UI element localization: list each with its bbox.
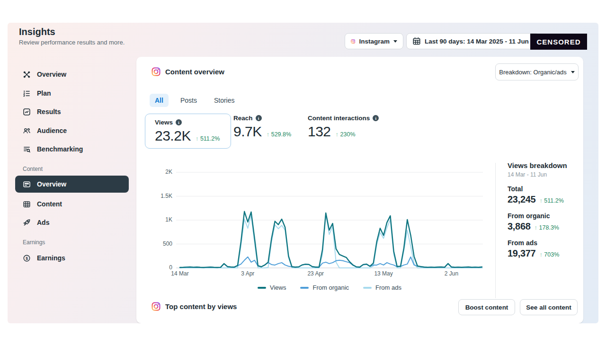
sidebar-item-label: Benchmarking	[37, 145, 83, 153]
info-icon[interactable]: i	[373, 115, 379, 121]
sidebar-item-audience[interactable]: Audience	[15, 122, 129, 139]
sidebar-item-earnings[interactable]: $ Earnings	[15, 249, 129, 266]
y-axis-tick: 2K	[150, 169, 172, 175]
sidebar-item-label: Ads	[37, 219, 49, 226]
sidebar-item-content-overview[interactable]: Overview	[15, 176, 129, 193]
chart-legend: Views From organic From ads	[176, 284, 483, 291]
benchmarking-icon	[23, 145, 31, 153]
breakdown-value: 19,377	[508, 248, 535, 259]
up-arrow-icon: ↑	[196, 135, 199, 142]
content-grid-icon	[23, 200, 31, 208]
series-from-organic	[180, 257, 482, 267]
censored-overlay: CENSORED	[530, 34, 587, 50]
sidebar-item-label: Content	[37, 200, 62, 208]
metric-delta: 529.8%	[271, 131, 291, 138]
overview-icon	[23, 71, 31, 79]
instagram-icon	[152, 67, 160, 76]
content-overview-card: Content overview Breakdown: Organic/ads …	[136, 57, 583, 323]
metric-value: 9.7K	[233, 124, 262, 140]
breakdown-selector[interactable]: Breakdown: Organic/ads	[495, 63, 579, 80]
metric-views[interactable]: Views i 23.2K ↑ 511.2%	[145, 114, 231, 149]
legend-from-ads: From ads	[363, 284, 401, 291]
breakdown-date-range: 14 Mar - 11 Jun	[508, 171, 579, 178]
account-selector[interactable]: Instagram	[345, 33, 403, 49]
card-title: Content overview	[165, 68, 224, 76]
x-axis-tick: 3 Apr	[233, 270, 262, 277]
metric-value: 132	[308, 124, 331, 140]
breakdown-value: 3,868	[508, 221, 531, 232]
series-from-ads	[180, 214, 482, 268]
sidebar-item-overview[interactable]: Overview	[15, 66, 129, 83]
info-icon[interactable]: i	[256, 115, 262, 121]
y-axis-tick: 0	[150, 264, 172, 271]
content-tabs: All Posts Stories	[150, 94, 240, 107]
insights-page: Insights Review performance results and …	[8, 23, 598, 323]
ads-rocket-icon	[23, 219, 31, 227]
top-content-header: Top content by views	[152, 302, 237, 311]
earnings-icon: $	[23, 254, 31, 262]
breakdown-row-total: Total 23,245 ↑ 511.2%	[508, 185, 579, 205]
metric-content-interactions[interactable]: Content interactions i 132 ↑ 230%	[308, 115, 379, 140]
chevron-down-icon	[571, 71, 575, 73]
breakdown-title: Views breakdown	[508, 161, 579, 169]
page-title: Insights	[19, 27, 125, 37]
sidebar-item-benchmarking[interactable]: Benchmarking	[15, 141, 129, 158]
y-axis-tick: 500	[150, 240, 172, 247]
metric-label: Views	[155, 119, 173, 126]
instagram-icon	[351, 37, 355, 46]
sidebar-item-ads[interactable]: Ads	[15, 214, 129, 231]
up-arrow-icon: ↑	[539, 251, 543, 258]
see-all-content-button[interactable]: See all content	[520, 299, 578, 315]
boost-content-button[interactable]: Boost content	[458, 299, 515, 315]
legend-swatch-organic	[300, 287, 309, 289]
sidebar-item-label: Plan	[37, 89, 51, 97]
tab-all[interactable]: All	[150, 94, 169, 107]
breakdown-value: 23,245	[508, 194, 535, 205]
sidebar-item-plan[interactable]: Plan	[15, 85, 129, 102]
sidebar-section-earnings: Earnings	[23, 239, 45, 246]
legend-from-organic: From organic	[300, 284, 349, 291]
x-axis-tick: 14 Mar	[165, 270, 195, 277]
views-breakdown-panel: Views breakdown 14 Mar - 11 Jun Total 23…	[508, 161, 579, 259]
sidebar-item-content[interactable]: Content	[15, 195, 129, 213]
x-axis-tick: 23 Apr	[301, 270, 330, 277]
up-arrow-icon: ↑	[336, 131, 339, 138]
sidebar-item-label: Audience	[37, 127, 67, 134]
svg-text:$: $	[26, 256, 28, 260]
tab-posts[interactable]: Posts	[175, 94, 202, 107]
instagram-icon	[152, 302, 160, 311]
plan-icon	[23, 89, 31, 98]
calendar-icon	[412, 37, 421, 45]
page-header: Insights Review performance results and …	[19, 27, 125, 46]
breakdown-row-organic: From organic 3,868 ↑ 178.3%	[508, 212, 579, 232]
metric-reach[interactable]: Reach i 9.7K ↑ 529.8%	[233, 115, 291, 140]
sidebar-item-results[interactable]: Results	[15, 103, 129, 120]
sidebar-item-label: Overview	[37, 180, 66, 188]
y-axis-tick: 1K	[150, 216, 172, 223]
date-range-selector[interactable]: Last 90 days: 14 Mar 2025 - 11 Jun	[406, 33, 540, 49]
date-range-label: Last 90 days: 14 Mar 2025 - 11 Jun	[425, 38, 529, 45]
chevron-down-icon	[393, 40, 397, 43]
info-icon[interactable]: i	[176, 119, 182, 125]
sidebar-item-label: Results	[37, 108, 61, 115]
results-icon	[23, 108, 31, 116]
metric-delta: 230%	[340, 131, 356, 138]
legend-swatch-views	[258, 287, 266, 289]
content-overview-header: Content overview	[152, 67, 224, 76]
up-arrow-icon: ↑	[535, 224, 538, 231]
audience-icon	[23, 127, 31, 135]
legend-views: Views	[258, 284, 286, 291]
sidebar-item-label: Overview	[37, 71, 66, 78]
y-axis-tick: 1.5K	[150, 193, 172, 199]
sidebar-section-content: Content	[23, 166, 43, 172]
metric-delta: 511.2%	[200, 135, 220, 142]
top-content-title: Top content by views	[165, 302, 237, 311]
metric-label: Content interactions	[308, 115, 370, 122]
views-trend-chart	[176, 170, 483, 271]
breakdown-row-ads: From ads 19,377 ↑ 703%	[508, 239, 579, 259]
content-overview-icon	[23, 180, 31, 188]
up-arrow-icon: ↑	[267, 131, 270, 138]
breakdown-selector-label: Breakdown: Organic/ads	[499, 69, 566, 76]
metric-label: Reach	[233, 115, 253, 122]
tab-stories[interactable]: Stories	[209, 94, 240, 107]
